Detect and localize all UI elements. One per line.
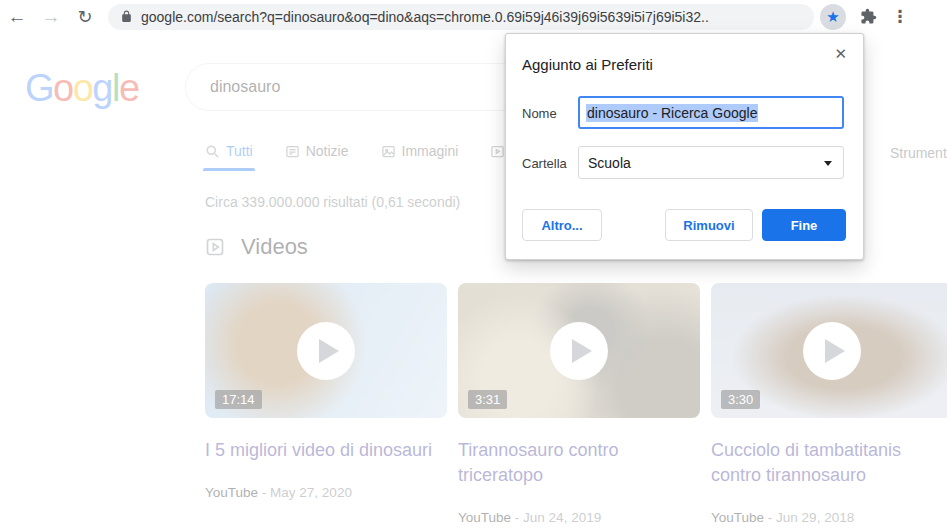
tab-label: Notizie — [306, 143, 349, 159]
video-thumbnail[interactable]: 17:14 — [205, 283, 447, 418]
video-date: Jun 29, 2018 — [776, 510, 854, 525]
logo-letter: g — [92, 67, 112, 109]
logo-letter: G — [25, 67, 53, 109]
video-date: Jun 24, 2019 — [523, 510, 601, 525]
video-icon — [490, 144, 505, 159]
video-date: May 27, 2020 — [270, 485, 352, 500]
tab-label: Tutti — [226, 143, 253, 159]
bookmark-star-button[interactable]: ★ — [820, 4, 846, 30]
video-thumbnail[interactable]: 3:30 — [711, 283, 947, 418]
bookmark-name-input[interactable]: dinosauro - Ricerca Google — [578, 96, 844, 129]
google-logo: Google — [25, 67, 139, 110]
videos-section-header: Videos — [205, 234, 308, 260]
video-source: YouTube — [205, 485, 258, 500]
tab-notizie[interactable]: Notizie — [285, 143, 349, 171]
extensions-button[interactable] — [860, 8, 877, 25]
play-icon — [550, 322, 608, 380]
chevron-down-icon — [824, 161, 832, 166]
search-icon — [205, 144, 220, 159]
search-query-text: dinosauro — [210, 78, 280, 96]
video-source: YouTube — [458, 510, 511, 525]
play-icon — [297, 322, 355, 380]
chrome-menu-icon[interactable]: ⋮ — [891, 6, 909, 27]
video-source: YouTube — [711, 510, 764, 525]
video-meta: YouTube - Jun 24, 2019 — [458, 510, 700, 525]
duration-badge: 3:30 — [721, 390, 760, 409]
logo-letter: e — [119, 67, 139, 109]
video-thumbnail[interactable]: 3:31 — [458, 283, 700, 418]
more-button[interactable]: Altro... — [522, 209, 602, 241]
tab-immagini[interactable]: Immagini — [381, 143, 459, 171]
duration-badge: 3:31 — [468, 390, 507, 409]
folder-label: Cartella — [522, 156, 567, 171]
folder-select[interactable]: Scuola — [578, 146, 844, 179]
video-title[interactable]: Cucciolo di tambatitanis contro tirannos… — [711, 438, 947, 488]
video-meta: YouTube - May 27, 2020 — [205, 485, 447, 500]
video-title[interactable]: I 5 migliori video di dinosauri — [205, 438, 447, 463]
meta-separator: - — [262, 485, 267, 500]
meta-separator: - — [768, 510, 773, 525]
video-card: 3:30 Cucciolo di tambatitanis contro tir… — [711, 283, 947, 525]
url-text: google.com/search?q=dinosauro&oq=dino&aq… — [141, 9, 709, 25]
videos-header-label: Videos — [241, 234, 308, 260]
folder-selected-value: Scuola — [588, 155, 631, 171]
news-icon — [285, 144, 300, 159]
meta-separator: - — [515, 510, 520, 525]
close-icon[interactable]: ✕ — [832, 43, 849, 65]
video-title[interactable]: Tirannosauro contro triceratopo — [458, 438, 700, 488]
puzzle-icon — [860, 8, 877, 25]
image-icon — [381, 144, 396, 159]
tab-tutti[interactable]: Tutti — [205, 143, 253, 171]
name-label: Nome — [522, 106, 557, 121]
logo-letter: o — [73, 67, 93, 109]
reload-icon[interactable]: ↻ — [68, 3, 102, 31]
video-cards: 17:14 I 5 migliori video di dinosauri Yo… — [205, 283, 947, 525]
bookmark-dialog: Aggiunto ai Preferiti ✕ Nome dinosauro -… — [505, 33, 864, 260]
logo-letter: o — [53, 67, 73, 109]
done-button[interactable]: Fine — [762, 209, 846, 241]
address-bar[interactable]: google.com/search?q=dinosauro&oq=dino&aq… — [108, 4, 814, 30]
results-stats: Circa 339.000.000 risultati (0,61 second… — [205, 194, 460, 210]
logo-letter: l — [112, 67, 119, 109]
bookmark-name-value: dinosauro - Ricerca Google — [586, 104, 758, 122]
tab-label: Immagini — [402, 143, 459, 159]
video-card: 17:14 I 5 migliori video di dinosauri Yo… — [205, 283, 447, 525]
back-icon[interactable]: ← — [0, 3, 34, 31]
lock-icon — [120, 10, 133, 23]
video-meta: YouTube - Jun 29, 2018 — [711, 510, 947, 525]
star-icon: ★ — [826, 9, 839, 24]
videos-icon — [205, 237, 225, 257]
browser-toolbar: ← → ↻ google.com/search?q=dinosauro&oq=d… — [0, 0, 947, 33]
video-card: 3:31 Tirannosauro contro triceratopo You… — [458, 283, 700, 525]
remove-button[interactable]: Rimuovi — [665, 209, 753, 241]
play-icon — [803, 322, 861, 380]
duration-badge: 17:14 — [215, 390, 262, 409]
forward-icon[interactable]: → — [34, 3, 68, 31]
dialog-title: Aggiunto ai Preferiti — [522, 56, 653, 73]
tab-strumenti[interactable]: Strumenti — [890, 145, 947, 161]
